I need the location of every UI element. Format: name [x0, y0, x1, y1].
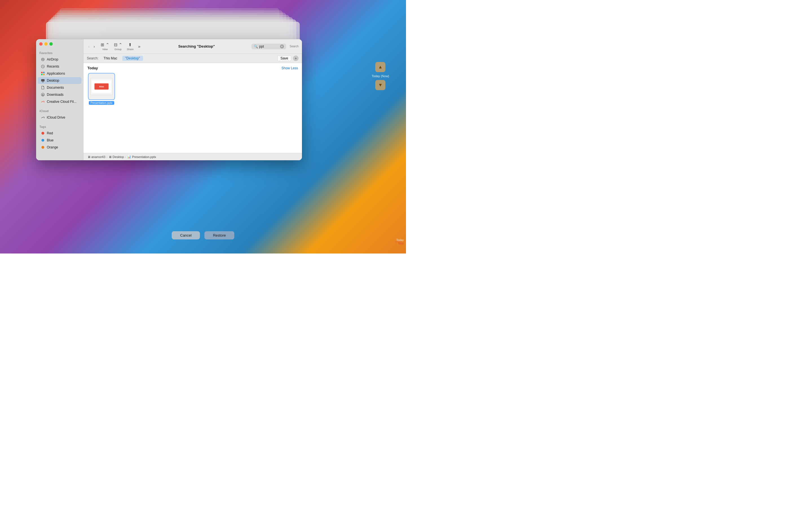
minimize-button[interactable] — [44, 42, 48, 46]
svg-rect-3 — [41, 72, 43, 73]
add-criteria-button[interactable]: + — [293, 55, 299, 61]
breadcrumb-user: 🖥 anamor43 — [87, 155, 105, 159]
sidebar-item-label-blue: Blue — [47, 138, 54, 142]
file-thumbnail: Atlas — [88, 73, 115, 100]
svg-rect-5 — [41, 74, 43, 75]
breadcrumb-desktop: 🖥 Desktop — [109, 155, 124, 159]
sidebar: Favorites AirDrop Recents — [36, 39, 84, 160]
documents-icon — [41, 86, 45, 90]
breadcrumb-sep-2: › — [125, 155, 126, 159]
group-label: Group — [114, 48, 121, 51]
sidebar-item-red-tag[interactable]: Red — [38, 130, 82, 136]
dialog-buttons: Cancel Restore — [172, 231, 234, 239]
svg-rect-7 — [41, 79, 45, 81]
pptx-preview: Atlas — [90, 78, 113, 95]
sidebar-item-label-red: Red — [47, 131, 53, 135]
airdrop-icon — [41, 57, 45, 62]
finder-dialog: Favorites AirDrop Recents — [36, 39, 302, 160]
sidebar-item-creative-cloud[interactable]: Creative Cloud Fil... — [38, 98, 82, 105]
group-button[interactable]: ⊟ ⌃ Group — [113, 42, 123, 51]
scope-this-mac-button[interactable]: This Mac — [101, 56, 120, 61]
time-machine-down-button[interactable]: ▼ — [375, 80, 386, 90]
creative-cloud-icon — [41, 100, 45, 104]
file-area[interactable]: Today Show Less Atlas Presen — [84, 63, 302, 153]
file-item-presentation[interactable]: Atlas Presentation.pptx — [87, 73, 116, 105]
timeline: Today Now — [395, 238, 406, 245]
section-header: Today Show Less — [87, 66, 298, 70]
time-machine-up-button[interactable]: ▲ — [375, 62, 386, 72]
icloud-label: iCloud — [36, 107, 83, 114]
blue-tag-icon — [41, 138, 45, 143]
sidebar-item-downloads[interactable]: Downloads — [38, 91, 82, 98]
sidebar-item-label-recents: Recents — [47, 64, 59, 68]
back-forward-nav: ‹ › — [87, 43, 96, 50]
more-button[interactable]: » — [137, 43, 142, 49]
sidebar-item-label-airdrop: AirDrop — [47, 57, 58, 61]
scope-right: Save + — [277, 55, 299, 61]
svg-point-1 — [43, 59, 43, 59]
toolbar-left-actions: ⊞ ⌃ View ⊟ ⌃ Group ⬆ Share » — [100, 42, 142, 51]
desktop-folder-icon: 🖥 — [109, 155, 112, 159]
sidebar-item-icloud-drive[interactable]: iCloud Drive — [38, 114, 82, 121]
sidebar-item-documents[interactable]: Documents — [38, 84, 82, 91]
sidebar-item-blue-tag[interactable]: Blue — [38, 137, 82, 144]
svg-rect-4 — [43, 72, 45, 73]
sidebar-item-recents[interactable]: Recents — [38, 63, 82, 70]
view-icon: ⊞ ⌃ — [101, 42, 109, 47]
breadcrumb-user-label: anamor43 — [91, 155, 105, 159]
orange-tag-icon — [41, 145, 45, 150]
sidebar-item-label-cc: Creative Cloud Fil... — [47, 100, 77, 104]
pptx-slide-text: Atlas — [99, 86, 104, 88]
chevron-up-icon: ▲ — [378, 64, 383, 69]
pptx-red-bar: Atlas — [94, 83, 109, 90]
chevron-down-icon: ▼ — [378, 82, 383, 88]
time-machine-widget: ▲ Today (Now) ▼ — [371, 62, 389, 90]
search-bar[interactable]: 🔍 ✕ — [252, 44, 286, 49]
search-label: Search — [290, 45, 299, 48]
downloads-icon — [41, 93, 45, 97]
restore-button[interactable]: Restore — [204, 231, 234, 239]
breadcrumb-desktop-label: Desktop — [112, 155, 124, 159]
sidebar-item-label-icloud: iCloud Drive — [47, 115, 65, 119]
red-tag-icon — [41, 131, 45, 135]
breadcrumb-file: 📊 Presentation.pptx — [127, 155, 156, 159]
tags-label: Tags — [36, 123, 83, 129]
group-icon: ⊟ ⌃ — [114, 42, 122, 47]
search-input[interactable] — [259, 45, 279, 48]
sidebar-item-applications[interactable]: Applications — [38, 70, 82, 77]
breadcrumb-bar: 🖥 anamor43 › 🖥 Desktop › 📊 Presentation.… — [84, 153, 302, 160]
sidebar-item-desktop[interactable]: Desktop — [38, 77, 82, 84]
close-button[interactable] — [39, 42, 43, 46]
file-name: Presentation.pptx — [89, 101, 114, 105]
breadcrumb-sep-1: › — [107, 155, 108, 159]
toolbar-title: Searching "Desktop" — [145, 44, 248, 48]
traffic-lights — [39, 42, 53, 46]
show-less-button[interactable]: Show Less — [282, 66, 298, 70]
sidebar-item-airdrop[interactable]: AirDrop — [38, 56, 82, 63]
more-icon: » — [138, 44, 140, 49]
scope-desktop-button[interactable]: "Desktop" — [122, 56, 143, 61]
share-icon: ⬆ — [128, 42, 132, 47]
sidebar-item-label-desktop: Desktop — [47, 78, 59, 82]
sidebar-item-label-orange: Orange — [47, 145, 58, 149]
pptx-file-icon: 📊 — [127, 155, 131, 159]
section-title: Today — [87, 66, 98, 70]
forward-button[interactable]: › — [92, 43, 96, 50]
share-label: Share — [127, 48, 134, 51]
file-grid: Atlas Presentation.pptx — [87, 73, 298, 105]
desktop-icon — [41, 78, 45, 83]
sidebar-item-orange-tag[interactable]: Orange — [38, 144, 82, 151]
back-button[interactable]: ‹ — [87, 43, 91, 50]
pptx-slide-content: Atlas — [92, 80, 111, 93]
view-button[interactable]: ⊞ ⌃ View — [100, 42, 110, 51]
sidebar-item-label-applications: Applications — [47, 71, 65, 75]
search-icon: 🔍 — [254, 45, 258, 48]
save-search-button[interactable]: Save — [277, 55, 291, 61]
scope-label: Search: — [87, 56, 98, 60]
maximize-button[interactable] — [49, 42, 53, 46]
share-button[interactable]: ⬆ Share — [126, 42, 135, 51]
breadcrumb-file-label: Presentation.pptx — [132, 155, 156, 159]
cancel-button[interactable]: Cancel — [172, 231, 200, 239]
view-label: View — [102, 48, 108, 51]
search-clear-button[interactable]: ✕ — [280, 45, 284, 48]
